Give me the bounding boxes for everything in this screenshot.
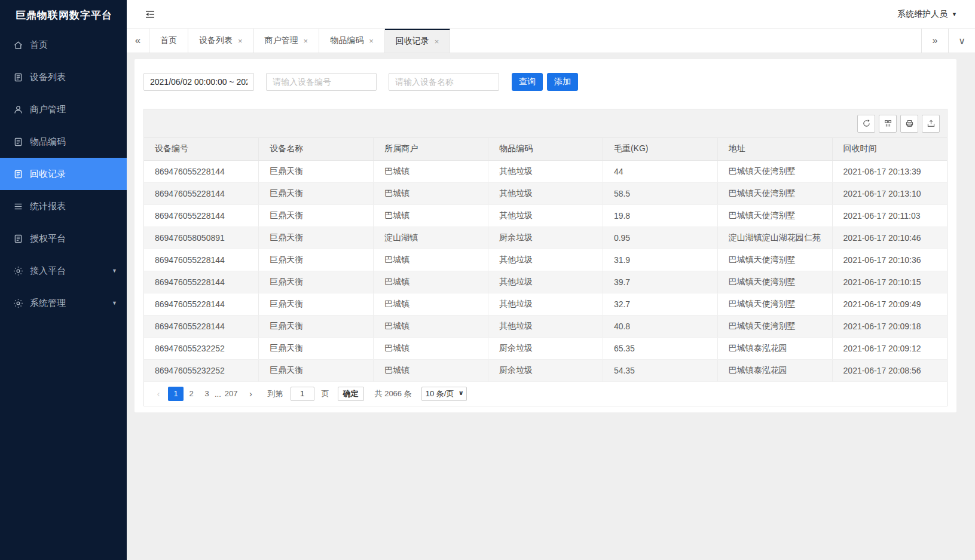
gear-icon [13, 266, 23, 276]
tab-device-list[interactable]: 设备列表 × [188, 29, 254, 53]
search-button[interactable]: 查询 [512, 73, 543, 91]
table-row: 869476055228144巨鼎天衡巴城镇其他垃圾58.5巴城镇天使湾别墅20… [144, 182, 947, 204]
jump-page-input[interactable] [291, 387, 314, 401]
sidebar-item-label: 授权平台 [30, 233, 66, 244]
tab-item-code[interactable]: 物品编码 × [319, 29, 385, 53]
table-cell: 巨鼎天衡 [259, 293, 374, 315]
collapse-sidebar-button[interactable] [145, 8, 158, 21]
sidebar-item-label: 回收记录 [30, 169, 66, 180]
table-cell: 巨鼎天衡 [259, 204, 374, 227]
table-cell: 39.7 [603, 271, 717, 293]
app-title: 巨鼎物联网数字平台 [0, 0, 127, 29]
table-cell: 其他垃圾 [488, 182, 603, 204]
page-size-select[interactable]: 10 条/页 [421, 387, 467, 401]
document-list-icon [13, 137, 23, 147]
close-icon[interactable]: × [369, 36, 374, 45]
column-header: 回收时间 [832, 138, 947, 160]
page-button[interactable]: 207 [221, 387, 242, 401]
sidebar-item-system-management[interactable]: 系统管理 ▼ [0, 287, 127, 319]
table-cell: 厨余垃圾 [488, 359, 603, 381]
sidebar-item-auth-platform[interactable]: 授权平台 [0, 222, 127, 255]
table-cell: 巴城镇 [374, 249, 488, 271]
tab-scroll-left-icon[interactable]: « [127, 29, 149, 53]
jump-label-before: 到第 [268, 388, 283, 399]
table-cell: 其他垃圾 [488, 204, 603, 227]
close-icon[interactable]: × [304, 36, 308, 45]
table-cell: 巨鼎天衡 [259, 337, 374, 359]
refresh-icon[interactable] [857, 115, 875, 133]
user-menu[interactable]: 系统维护人员 ▼ [897, 9, 957, 20]
tab-merchant[interactable]: 商户管理 × [254, 29, 320, 53]
table-cell: 44 [603, 160, 717, 182]
page-size-select-wrap: 10 条/页 ∨ [421, 387, 467, 401]
close-icon[interactable]: × [238, 36, 243, 45]
table-cell: 其他垃圾 [488, 249, 603, 271]
page-list: 123...207 [168, 387, 242, 401]
sidebar-nav: 首页 设备列表 商户管理 物品编码 回收记录 统计报表 [0, 29, 127, 319]
add-button[interactable]: 添加 [547, 73, 578, 91]
device-name-input[interactable] [389, 73, 499, 91]
table-row: 869476058050891巨鼎天衡淀山湖镇厨余垃圾0.95淀山湖镇淀山湖花园… [144, 227, 947, 249]
table-cell: 巨鼎天衡 [259, 182, 374, 204]
close-icon[interactable]: × [435, 37, 439, 46]
table-row: 869476055228144巨鼎天衡巴城镇其他垃圾40.8巴城镇天使湾别墅20… [144, 315, 947, 337]
confirm-button[interactable]: 确定 [338, 387, 364, 401]
print-icon[interactable] [900, 115, 918, 133]
table-cell: 869476058050891 [144, 227, 259, 249]
table-row: 869476055228144巨鼎天衡巴城镇其他垃圾19.8巴城镇天使湾别墅20… [144, 204, 947, 227]
page-button[interactable]: 1 [168, 387, 184, 401]
table-cell: 869476055228144 [144, 160, 259, 182]
table-cell: 0.95 [603, 227, 717, 249]
pagination: ‹ 123...207 › 到第 页 确定 共 2066 条 10 条/页 ∨ [144, 382, 947, 406]
user-icon [13, 105, 23, 115]
sidebar-item-access-platform[interactable]: 接入平台 ▼ [0, 255, 127, 287]
sidebar-item-statistics[interactable]: 统计报表 [0, 190, 127, 222]
table-cell: 巴城镇天使湾别墅 [717, 249, 832, 271]
prev-page-icon[interactable]: ‹ [151, 387, 166, 401]
table-cell: 巴城镇 [374, 271, 488, 293]
table-cell: 巴城镇 [374, 204, 488, 227]
page-button[interactable]: 2 [184, 387, 199, 401]
topbar: 系统维护人员 ▼ [127, 0, 975, 29]
table-cell: 巴城镇 [374, 182, 488, 204]
tab-scroll-right-icon[interactable]: » [921, 29, 948, 53]
sidebar-item-item-code[interactable]: 物品编码 [0, 126, 127, 158]
sidebar-item-label: 系统管理 [30, 298, 66, 309]
table-cell: 巨鼎天衡 [259, 160, 374, 182]
table-cell: 巴城镇 [374, 337, 488, 359]
sidebar-item-recycle-records[interactable]: 回收记录 [0, 158, 127, 190]
tab-recycle-records[interactable]: 回收记录 × [385, 29, 451, 53]
table-cell: 巴城镇泰泓花园 [717, 337, 832, 359]
total-count: 共 2066 条 [375, 388, 412, 399]
table-cell: 巴城镇天使湾别墅 [717, 315, 832, 337]
table-cell: 54.35 [603, 359, 717, 381]
table-header-row: 设备编号设备名称所属商户物品编码毛重(KG)地址回收时间 [144, 138, 947, 160]
sidebar-item-device-list[interactable]: 设备列表 [0, 61, 127, 93]
table-cell: 巴城镇 [374, 359, 488, 381]
table-cell: 巴城镇天使湾别墅 [717, 160, 832, 182]
table-cell: 巴城镇天使湾别墅 [717, 293, 832, 315]
next-page-icon[interactable]: › [244, 387, 258, 401]
device-no-input[interactable] [266, 73, 377, 91]
column-header: 毛重(KG) [603, 138, 717, 160]
sidebar-item-merchant[interactable]: 商户管理 [0, 93, 127, 126]
filter-bar: 查询 添加 [143, 73, 948, 91]
tab-list: 首页 设备列表 × 商户管理 × 物品编码 × 回收记录 × [149, 29, 921, 53]
tab-home[interactable]: 首页 [149, 29, 188, 53]
sidebar-item-label: 接入平台 [30, 265, 66, 277]
page-button[interactable]: 3 [199, 387, 215, 401]
table-cell: 巴城镇 [374, 315, 488, 337]
tab-menu-icon[interactable]: ∨ [948, 29, 975, 53]
export-icon[interactable] [922, 115, 940, 133]
table-cell: 淀山湖镇 [374, 227, 488, 249]
sidebar: 巨鼎物联网数字平台 首页 设备列表 商户管理 物品编码 回收记录 [0, 0, 127, 560]
main-area: 系统维护人员 ▼ « 首页 设备列表 × 商户管理 × 物品编码 [127, 0, 975, 560]
sidebar-item-home[interactable]: 首页 [0, 29, 127, 61]
table-cell: 巨鼎天衡 [259, 249, 374, 271]
table-row: 869476055228144巨鼎天衡巴城镇其他垃圾39.7巴城镇天使湾别墅20… [144, 271, 947, 293]
date-range-input[interactable] [143, 73, 254, 91]
columns-filter-icon[interactable] [879, 115, 897, 133]
jump-label-after: 页 [322, 388, 329, 399]
sidebar-item-label: 统计报表 [30, 201, 66, 212]
table-cell: 869476055228144 [144, 315, 259, 337]
